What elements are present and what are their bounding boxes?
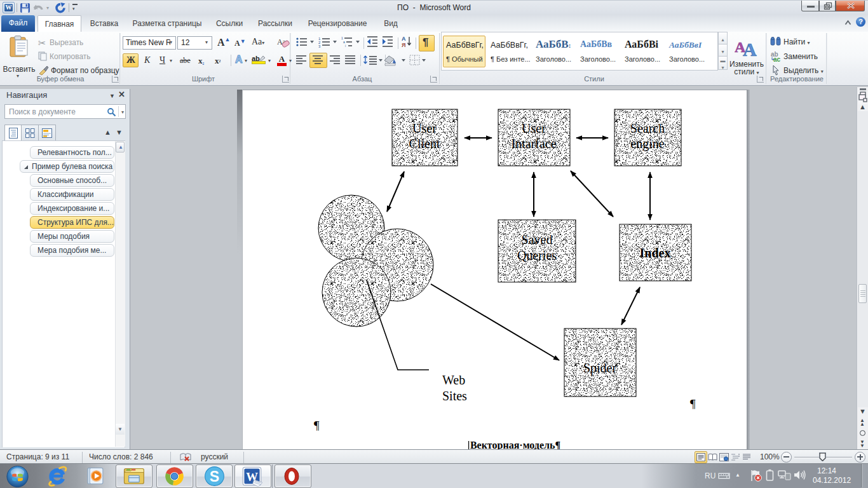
svg-text:S: S [210, 468, 219, 485]
svg-text:¶: ¶ [690, 397, 696, 410]
svg-text:Векторная·модель¶: Векторная·модель¶ [470, 440, 560, 450]
svg-text:3: 3 [318, 44, 321, 48]
svg-text:Queries: Queries [517, 248, 557, 262]
svg-text:Spider: Spider [583, 361, 617, 376]
svg-text:¶: ¶ [314, 419, 320, 432]
svg-text:А: А [402, 36, 406, 42]
svg-text:Index: Index [640, 246, 671, 260]
svg-text:ac: ac [773, 56, 781, 62]
svg-text:Search: Search [630, 121, 665, 135]
svg-text:engine: engine [630, 137, 664, 151]
svg-text:Я: Я [402, 42, 405, 48]
svg-text:User: User [412, 121, 437, 135]
svg-text:i: i [345, 44, 346, 48]
svg-text:User: User [522, 121, 546, 135]
svg-text:A: A [743, 39, 757, 58]
svg-text:Intarface: Intarface [511, 137, 556, 151]
svg-text:Client: Client [409, 137, 440, 151]
svg-text:Sites: Sites [442, 389, 467, 403]
svg-text:Web: Web [442, 373, 465, 387]
svg-text:Saved: Saved [522, 233, 553, 247]
